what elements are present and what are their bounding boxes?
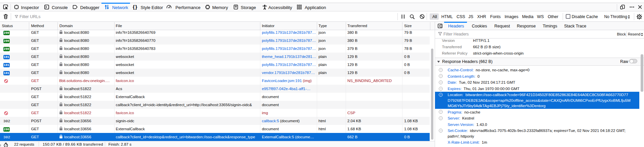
svg-text:?: ? bbox=[440, 93, 441, 96]
svg-text:?: ? bbox=[440, 87, 441, 90]
svg-text:?: ? bbox=[440, 129, 441, 132]
svg-text:?: ? bbox=[440, 111, 441, 114]
svg-text:?: ? bbox=[440, 68, 441, 71]
svg-text:?: ? bbox=[440, 117, 441, 120]
svg-text:?: ? bbox=[440, 75, 441, 78]
svg-text:?: ? bbox=[440, 81, 441, 84]
